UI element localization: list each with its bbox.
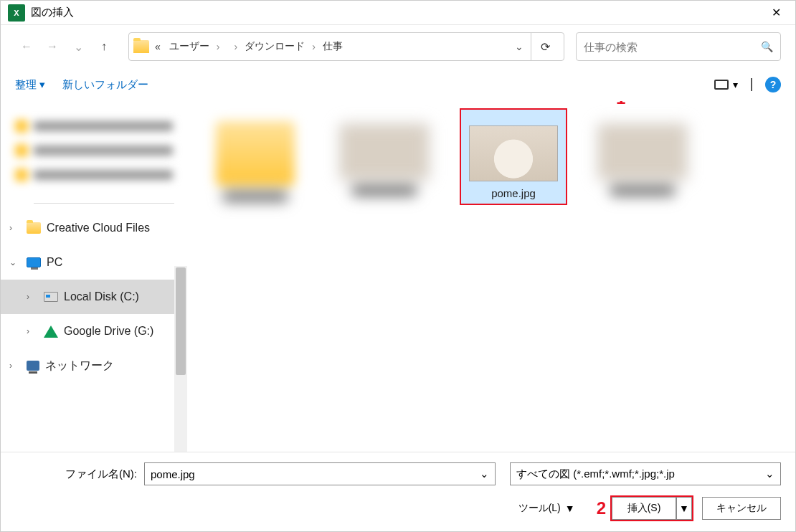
excel-icon: X <box>8 4 25 22</box>
pane-icon <box>751 78 752 91</box>
tree-label: PC <box>47 256 62 269</box>
crumb-users[interactable]: ユーザー <box>166 39 212 54</box>
quick-access <box>1 105 187 199</box>
bottom-panel: ファイル名(N): pome.jpg ⌄ すべての図 (*.emf;*.wmf;… <box>1 452 795 531</box>
tree-label: Google Drive (G:) <box>64 325 153 338</box>
address-bar[interactable]: « ユーザー › › ダウンロード › 仕事 ⌄ ⟳ <box>128 32 564 61</box>
disk-icon <box>44 292 58 302</box>
tools-menu[interactable]: ツール(L) ▼ <box>518 502 575 515</box>
crumb-prefix: « <box>152 39 164 54</box>
chevron-right-icon: › <box>215 41 222 52</box>
crumb-downloads[interactable]: ダウンロード <box>242 39 308 54</box>
address-history-dropdown[interactable]: ⌄ <box>515 41 523 52</box>
tree-label: ネットワーク <box>45 358 114 374</box>
chevron-right-icon[interactable]: › <box>27 292 38 302</box>
chevron-right-icon[interactable]: › <box>27 326 38 336</box>
dropdown-icon: ▾ <box>39 78 45 91</box>
file-tile[interactable] <box>589 108 696 200</box>
annotation-2: 2 <box>597 498 606 518</box>
insert-split-button: 挿入(S) ▼ <box>610 495 693 521</box>
up-button[interactable]: ↑ <box>93 35 115 58</box>
filename-combobox[interactable]: pome.jpg ⌄ <box>144 462 496 485</box>
filename-label: ファイル名(N): <box>15 467 137 481</box>
file-tile[interactable] <box>202 108 309 206</box>
crumb-work[interactable]: 仕事 <box>320 39 346 54</box>
recent-dropdown[interactable]: ⌄ <box>67 35 90 58</box>
dropdown-icon[interactable]: ⌄ <box>765 467 774 480</box>
chevron-right-icon: › <box>311 41 317 52</box>
tree-creative-cloud[interactable]: › Creative Cloud Files <box>1 211 187 245</box>
tree-network[interactable]: › ネットワーク <box>1 348 187 383</box>
filename-value: pome.jpg <box>151 468 195 480</box>
file-label <box>610 186 675 196</box>
chevron-right-icon[interactable]: › <box>9 223 21 233</box>
file-list[interactable]: 1 pome.jpg <box>187 101 795 452</box>
tools-label: ツール(L) <box>518 502 561 515</box>
search-input[interactable] <box>584 41 761 53</box>
crumb-user[interactable] <box>224 45 229 48</box>
new-folder-button[interactable]: 新しいフォルダー <box>62 78 148 92</box>
dropdown-icon: ▾ <box>733 79 738 90</box>
sidebar-scrollbar[interactable] <box>174 266 187 452</box>
main-area: › Creative Cloud Files ⌄ PC › Local Disk… <box>1 101 795 452</box>
tree-google-drive[interactable]: › Google Drive (G:) <box>1 314 187 348</box>
tree-label: Creative Cloud Files <box>47 222 150 234</box>
file-tile[interactable] <box>331 108 438 200</box>
chevron-right-icon: › <box>232 41 239 52</box>
sidebar-divider <box>34 203 174 204</box>
chevron-right-icon[interactable]: › <box>9 361 21 371</box>
image-thumb <box>340 124 429 180</box>
tree-pc[interactable]: ⌄ PC <box>1 245 187 280</box>
filetype-combobox[interactable]: すべての図 (*.emf;*.wmf;*.jpg;*.jp ⌄ <box>510 462 781 485</box>
folder-thumb-icon <box>216 121 295 186</box>
view-mode-button[interactable]: ▾ <box>714 79 738 90</box>
help-button[interactable]: ? <box>765 77 781 92</box>
dropdown-icon[interactable]: ⌄ <box>480 467 489 480</box>
forward-button[interactable]: → <box>41 35 64 58</box>
monitor-icon <box>714 80 729 90</box>
dog-image <box>470 126 557 181</box>
network-icon <box>27 361 39 371</box>
search-box[interactable]: 🔍 <box>576 32 781 61</box>
insert-button[interactable]: 挿入(S) <box>612 497 676 520</box>
folder-icon <box>27 222 41 234</box>
filetype-value: すべての図 (*.emf;*.wmf;*.jpg;*.jp <box>516 467 675 481</box>
file-label: pome.jpg <box>491 187 536 199</box>
annotation-1: 1 <box>616 101 625 108</box>
insert-dropdown[interactable]: ▼ <box>676 497 692 520</box>
titlebar: X 図の挿入 ✕ <box>1 1 795 25</box>
sidebar: › Creative Cloud Files ⌄ PC › Local Disk… <box>1 101 187 452</box>
file-tile-selected[interactable]: pome.jpg <box>460 108 567 205</box>
dropdown-icon: ▼ <box>565 503 575 514</box>
chevron-down-icon[interactable]: ⌄ <box>9 257 21 267</box>
organize-label: 整理 <box>15 78 37 92</box>
gdrive-icon <box>44 326 58 338</box>
tree-label: Local Disk (C:) <box>64 290 139 303</box>
tree-local-disk[interactable]: › Local Disk (C:) <box>1 280 187 314</box>
cancel-button[interactable]: キャンセル <box>702 497 781 520</box>
dialog-title: 図の挿入 <box>31 6 759 19</box>
close-button[interactable]: ✕ <box>759 1 792 25</box>
preview-pane-button[interactable] <box>751 79 752 90</box>
image-thumb <box>469 125 558 181</box>
scrollbar-thumb[interactable] <box>176 267 186 375</box>
file-label <box>223 191 288 201</box>
image-thumb <box>598 124 687 180</box>
toolbar: 整理▾ 新しいフォルダー ▾ ? <box>1 68 795 101</box>
pc-icon <box>27 257 41 267</box>
search-icon[interactable]: 🔍 <box>761 41 773 52</box>
folder-icon <box>133 40 149 53</box>
refresh-button[interactable]: ⟳ <box>531 32 559 61</box>
back-button[interactable]: ← <box>15 35 38 58</box>
organize-menu[interactable]: 整理▾ <box>15 78 45 92</box>
file-label <box>352 186 417 196</box>
nav-bar: ← → ⌄ ↑ « ユーザー › › ダウンロード › 仕事 ⌄ ⟳ 🔍 <box>1 25 795 68</box>
